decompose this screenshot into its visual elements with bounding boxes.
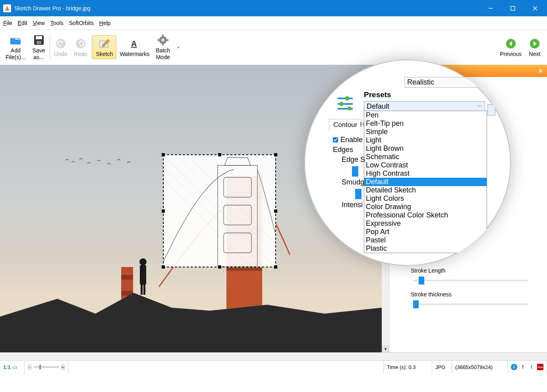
preset-option[interactable]: Default — [364, 178, 487, 186]
menu-file[interactable]: File — [3, 20, 12, 26]
svg-rect-46 — [348, 107, 351, 110]
tab-contour[interactable]: Contour — [329, 119, 361, 131]
batch-mode-label: BatchMode — [156, 47, 170, 61]
preset-option[interactable]: Light Colors — [364, 194, 487, 203]
tab-hatching[interactable]: H — [358, 119, 366, 130]
enable-checkbox[interactable] — [333, 137, 338, 142]
horizontal-scrollbar[interactable] — [0, 352, 547, 360]
menu-view[interactable]: View — [33, 20, 45, 26]
fit-screen-icon[interactable]: ▭ — [12, 364, 17, 370]
preset-option[interactable]: Expressive — [364, 219, 487, 228]
twitter-icon[interactable]: t — [528, 364, 535, 370]
preset-option[interactable]: Color Drawing — [364, 203, 487, 211]
menu-softorbits[interactable]: SoftOrbits — [69, 20, 94, 26]
preset-option[interactable]: Pen — [364, 111, 487, 119]
svg-rect-33 — [224, 177, 251, 197]
sketch-button[interactable]: Sketch — [93, 35, 117, 60]
batch-mode-button[interactable]: BatchMode — [153, 32, 173, 62]
svg-rect-7 — [36, 36, 42, 39]
svg-line-39 — [186, 155, 275, 243]
svg-rect-18 — [166, 39, 168, 41]
svg-point-1 — [6, 7, 8, 9]
add-files-label: AddFile(s)... — [6, 47, 26, 61]
zoom-in-icon[interactable]: + — [61, 364, 65, 370]
svg-rect-15 — [162, 35, 164, 37]
stroke-length-label: Stroke Length — [411, 267, 541, 274]
toolbar: AddFile(s)... Saveas... Undo Redo Sketch… — [0, 30, 547, 65]
svg-point-28 — [139, 258, 147, 265]
undo-label: Undo — [54, 51, 67, 58]
save-as-button[interactable]: Saveas... — [29, 32, 49, 62]
resize-handle[interactable] — [162, 265, 165, 269]
preset-option[interactable]: Low Contrast — [364, 161, 487, 169]
info-icon[interactable]: i — [511, 364, 517, 370]
svg-rect-42 — [346, 96, 349, 100]
presets-listbox[interactable]: PenFelt-Tip penSimpleLightLight BrownSch… — [364, 111, 487, 253]
previous-label: Previous — [500, 51, 522, 58]
resize-handle[interactable] — [274, 153, 277, 156]
edges-label: Edges — [333, 146, 365, 154]
preset-option[interactable]: Pop Art — [364, 228, 487, 236]
facebook-icon[interactable]: f — [520, 364, 526, 370]
maximize-button[interactable] — [508, 4, 518, 13]
redo-icon — [74, 37, 87, 50]
title-bar: Sketch Drawer Pro - bridge.jpg — [0, 0, 547, 16]
zoom-ratio[interactable]: 1:1 — [3, 364, 11, 370]
next-button[interactable]: Next — [525, 36, 545, 59]
gear-icon — [157, 34, 169, 46]
resize-handle[interactable] — [218, 265, 221, 269]
menu-edit[interactable]: Edit — [18, 20, 27, 26]
status-time: Time (s): 0.3 — [384, 361, 432, 373]
zoom-out-icon[interactable]: − — [28, 364, 31, 370]
svg-rect-29 — [140, 265, 146, 285]
presets-combobox[interactable]: Default ﹀ — [364, 101, 485, 112]
smudging-slider[interactable] — [355, 189, 361, 199]
menu-tools[interactable]: Tools — [50, 20, 64, 26]
preset-option[interactable]: Light Brown — [364, 144, 487, 153]
selection-rectangle[interactable] — [163, 154, 276, 267]
resize-handle[interactable] — [162, 153, 165, 156]
minimize-button[interactable] — [486, 4, 495, 13]
person-silhouette — [135, 257, 151, 295]
preset-option[interactable]: Professional Color Sketch — [364, 211, 487, 219]
birds-icon — [64, 156, 143, 172]
watermarks-button[interactable]: A Watermarks — [116, 36, 153, 59]
preset-option[interactable]: Felt-Tip pen — [364, 119, 487, 128]
svg-rect-44 — [340, 102, 343, 106]
stroke-length-slider[interactable] — [413, 275, 528, 286]
edge-strength-slider[interactable] — [352, 166, 358, 177]
resize-handle[interactable] — [218, 153, 221, 156]
menu-help[interactable]: Help — [99, 20, 111, 26]
previous-button[interactable]: Previous — [497, 36, 525, 59]
sliders-icon — [336, 95, 354, 110]
scroll-down-icon[interactable]: ▾ — [382, 345, 389, 352]
panel-close-button[interactable]: ✕ — [538, 68, 543, 74]
next-label: Next — [529, 51, 541, 58]
redo-button[interactable]: Redo — [71, 36, 91, 59]
resize-handle[interactable] — [162, 209, 165, 213]
undo-icon — [54, 37, 67, 50]
add-files-button[interactable]: AddFile(s)... — [2, 32, 29, 62]
youtube-icon[interactable]: You — [537, 364, 543, 370]
preset-option[interactable]: Simple — [364, 128, 487, 136]
preset-option[interactable]: Schematic — [364, 153, 487, 161]
preset-option[interactable]: Light — [364, 136, 487, 144]
arrow-left-circle-icon — [504, 37, 517, 50]
preset-option[interactable]: Detailed Sketch — [364, 186, 487, 194]
svg-rect-22 — [121, 275, 133, 280]
preset-option[interactable]: Pastel — [364, 236, 487, 244]
intensity-label: Intensi — [342, 201, 363, 209]
svg-rect-16 — [162, 43, 164, 46]
status-format: JPG — [432, 361, 452, 373]
close-button[interactable] — [530, 4, 540, 13]
svg-rect-34 — [224, 205, 251, 225]
toolbar-overflow-icon[interactable]: ▾ — [177, 45, 179, 50]
zoom-slider[interactable] — [34, 366, 58, 368]
svg-line-36 — [164, 155, 275, 267]
stroke-thickness-slider[interactable] — [413, 299, 528, 309]
presets-combobox-value: Default — [367, 102, 389, 111]
resize-handle[interactable] — [274, 265, 277, 269]
undo-button[interactable]: Undo — [51, 36, 71, 59]
resize-handle[interactable] — [274, 209, 277, 213]
preset-option[interactable]: High Contrast — [364, 169, 487, 178]
